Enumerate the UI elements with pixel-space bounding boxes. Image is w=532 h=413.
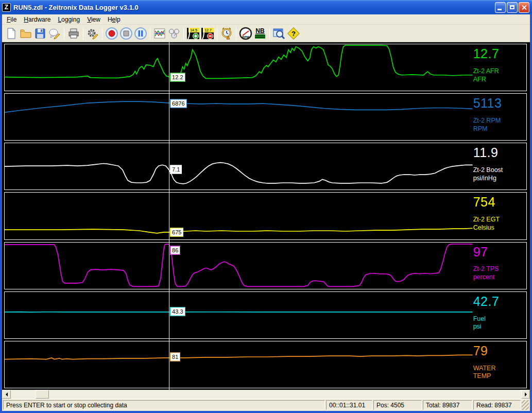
pause-button[interactable]: [133, 26, 148, 41]
note-button[interactable]: [47, 26, 62, 41]
menu-file[interactable]: File: [3, 15, 20, 24]
title-bar[interactable]: Z RUN5.zdl - Zeitronix Data Logger v3.1.…: [0, 0, 532, 14]
printer-icon: [67, 27, 80, 40]
channel-panel-water[interactable]: 8179WATERTEMP: [4, 341, 527, 388]
scroll-right-icon: [525, 392, 529, 397]
chart-stack: 12.212.7Zt-2 AFRAFR68765113Zt-2 RPMRPM7.…: [2, 42, 530, 390]
menu-bar: FileHardwareLoggingViewHelp: [2, 14, 530, 25]
cursor-line[interactable]: [169, 42, 169, 390]
menu-hardware[interactable]: Hardware: [20, 15, 54, 24]
channel-panel-boost[interactable]: 7.111.9Zt-2 Boostpsi/inHg: [4, 143, 527, 190]
menu-view[interactable]: View: [83, 15, 104, 24]
menu-logging[interactable]: Logging: [54, 15, 83, 24]
help-icon: ?: [287, 27, 300, 40]
toolbar-separator: [150, 27, 150, 40]
cursor-value-egt: 675: [170, 228, 183, 237]
reading-egt: 754Zt-2 EGTCelsius: [473, 195, 526, 236]
cursor-value-fuel: 43.3: [170, 307, 185, 316]
reading-fuel: 42.7Fuelpsi: [473, 294, 526, 335]
status-total: Total: 89837: [423, 400, 472, 410]
cursor-value-boost: 7.1: [170, 165, 182, 174]
menu-help[interactable]: Help: [104, 15, 124, 24]
trace-afr: [5, 44, 526, 91]
channel-panel-afr[interactable]: 12.212.7Zt-2 AFRAFR: [4, 44, 527, 91]
channel-panel-egt[interactable]: 675754Zt-2 EGTCelsius: [4, 192, 527, 239]
toolbar: 14.5 12.7 RPM NB ?: [2, 25, 530, 42]
channel-panel-rpm[interactable]: 68765113Zt-2 RPMRPM: [4, 93, 527, 141]
toolbar-separator: [102, 27, 102, 40]
current-value-rpm: 5113: [473, 96, 526, 111]
channel-label-rpm: Zt-2 RPMRPM: [473, 117, 501, 133]
afr-add-icon: 14.5: [186, 27, 200, 40]
channel-panel-fuel[interactable]: 43.342.7Fuelpsi: [4, 291, 527, 339]
channel-label-afr: Zt-2 AFRAFR: [473, 67, 499, 83]
settings-button[interactable]: [85, 26, 100, 41]
help-button[interactable]: ?: [286, 26, 301, 41]
horizontal-scrollbar[interactable]: [2, 390, 530, 399]
toolbar-separator: [64, 27, 64, 40]
trace-tps: [5, 243, 526, 289]
afr-remove-icon: 12.7: [201, 27, 214, 40]
trace-water: [5, 341, 526, 388]
close-button[interactable]: [519, 2, 529, 13]
status-position: Pos: 4505: [373, 400, 422, 410]
current-value-tps: 97: [473, 245, 526, 260]
comment-pencil-icon: [48, 27, 61, 40]
log-preview-button[interactable]: [272, 26, 286, 41]
afr-target-remove-button[interactable]: 12.7: [200, 26, 215, 41]
record-icon: [105, 27, 118, 40]
cursor-value-rpm: 6876: [170, 99, 186, 108]
minimize-button[interactable]: [495, 2, 506, 13]
scroll-right-button[interactable]: [521, 390, 530, 399]
nb-mode-button[interactable]: NB: [253, 26, 267, 41]
app-logo-letter: Z: [5, 4, 8, 11]
print-button[interactable]: [66, 26, 81, 41]
cursor-value-water: 81: [170, 352, 180, 361]
gauge-view-button[interactable]: [167, 26, 181, 41]
toolbar-separator: [269, 27, 270, 40]
channel-label-fuel: Fuelpsi: [473, 315, 486, 331]
scroll-thumb[interactable]: [36, 390, 49, 399]
current-value-egt: 754: [473, 195, 526, 210]
record-button[interactable]: [105, 26, 119, 41]
rpm-gauge-icon: RPM: [239, 27, 252, 40]
scroll-track[interactable]: [11, 390, 521, 399]
save-button[interactable]: [33, 26, 47, 41]
app-window: Z RUN5.zdl - Zeitronix Data Logger v3.1.…: [0, 0, 532, 413]
svg-text:?: ?: [291, 30, 296, 38]
resize-grip[interactable]: [522, 400, 529, 410]
toolbar-separator: [236, 27, 236, 40]
channel-label-water: WATERTEMP: [473, 365, 496, 381]
toolbar-separator: [217, 27, 217, 40]
maximize-icon: [510, 5, 514, 9]
alarm-button[interactable]: [219, 26, 234, 41]
window-title: RUN5.zdl - Zeitronix Data Logger v3.1.0: [13, 4, 495, 11]
status-bar: Press ENTER to start or stop collecting …: [2, 399, 530, 411]
new-file-button[interactable]: [4, 26, 19, 41]
trace-fuel: [5, 292, 526, 338]
nb-mode-icon: NB: [253, 27, 267, 40]
reading-water: 79WATERTEMP: [473, 343, 526, 385]
afr-target-add-button[interactable]: 14.5: [186, 26, 200, 41]
stop-button[interactable]: [119, 26, 133, 41]
current-value-afr: 12.7: [473, 46, 526, 61]
rpm-gauge-button[interactable]: RPM: [238, 26, 253, 41]
scroll-left-button[interactable]: [2, 390, 11, 399]
chart-view-button[interactable]: [152, 26, 167, 41]
alarm-clock-icon: [220, 27, 233, 40]
preview-magnifier-icon: [272, 27, 286, 40]
reading-rpm: 5113Zt-2 RPMRPM: [473, 96, 526, 137]
reading-tps: 97Zt-2 TPSpercent: [473, 245, 526, 286]
open-file-button[interactable]: [19, 26, 33, 41]
trace-rpm: [5, 94, 526, 140]
channel-panel-tps[interactable]: 8697Zt-2 TPSpercent: [4, 242, 527, 289]
maximize-button[interactable]: [507, 2, 518, 13]
status-read: Read: 89837: [473, 400, 521, 410]
afr-add-label: 14.5: [190, 28, 197, 32]
nb-mode-label: NB: [255, 27, 265, 35]
cursor-value-tps: 86: [170, 246, 180, 254]
minimize-icon: [497, 9, 502, 10]
status-message: Press ENTER to start or stop collecting …: [3, 400, 325, 410]
toolbar-separator: [83, 27, 83, 40]
new-file-icon: [5, 27, 18, 40]
